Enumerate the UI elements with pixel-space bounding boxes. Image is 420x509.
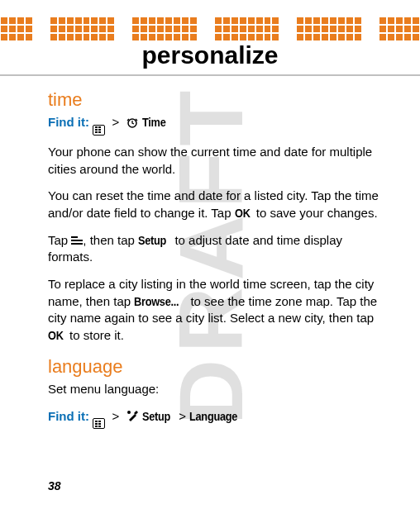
svg-point-1: [127, 411, 131, 414]
apps-grid-icon-2: [93, 418, 105, 429]
section-heading-language: language: [48, 354, 379, 379]
clock-icon: [126, 116, 139, 133]
find-it-time: Find it: > Time: [48, 114, 379, 136]
nav-language-label: Language: [189, 408, 237, 426]
apps-grid-icon: [93, 125, 105, 136]
language-para-1: Set menu language:: [48, 381, 379, 398]
gt-3: >: [179, 409, 186, 423]
page-number: 38: [48, 479, 61, 492]
setup-label: Setup: [138, 232, 166, 250]
page-header: personalize: [0, 5, 420, 81]
browse-label: Browse...: [134, 293, 179, 311]
decorative-dots: [0, 17, 420, 41]
content-area: time Find it: > Time Your phone can show…: [0, 81, 420, 429]
time-para-4: To replace a city listing in the world t…: [48, 276, 379, 345]
time-para-2: You can reset the time and date for a li…: [48, 188, 379, 221]
section-heading-time: time: [48, 88, 379, 112]
find-it-label: Find it:: [48, 115, 89, 129]
nav-time-label: Time: [142, 114, 166, 131]
nav-setup-label: Setup: [142, 408, 170, 426]
menu-icon: [71, 236, 83, 246]
title-underline: [0, 74, 420, 76]
time-para-3: Tap , then tap Setup to adjust date and …: [48, 232, 379, 266]
gt-2: >: [112, 409, 120, 423]
time-para-1: Your phone can show the current time and…: [48, 144, 379, 178]
ok-label: OK: [235, 205, 251, 222]
tools-icon: [126, 410, 139, 427]
ok-label-2: OK: [48, 327, 64, 345]
find-it-label-2: Find it:: [48, 409, 89, 423]
gt: >: [112, 115, 120, 129]
find-it-language: Find it: > Setup > Language: [48, 408, 379, 430]
